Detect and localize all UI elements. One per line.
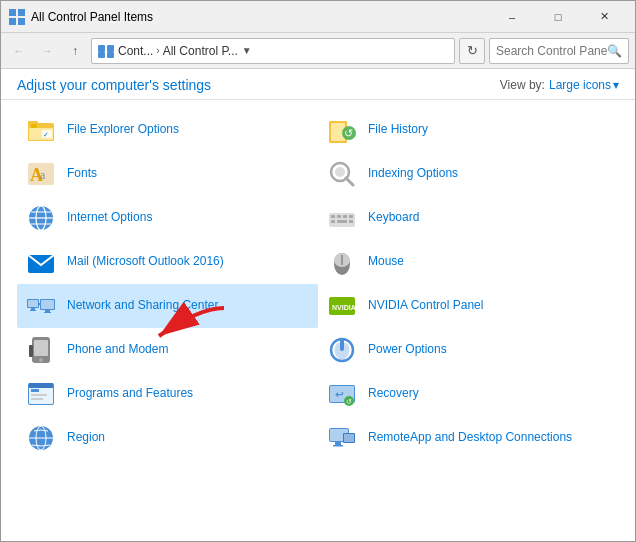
panel-item-file-history[interactable]: ↺ File History: [318, 108, 619, 152]
region-label: Region: [67, 430, 105, 446]
panel-item-indexing-options[interactable]: Indexing Options: [318, 152, 619, 196]
svg-text:NVIDIA: NVIDIA: [332, 304, 356, 311]
recovery-icon: ↩ ↺: [326, 378, 358, 410]
window-title: All Control Panel Items: [31, 10, 489, 24]
svg-rect-0: [9, 9, 16, 16]
view-by-dropdown[interactable]: Large icons ▾: [549, 78, 619, 92]
address-box[interactable]: Cont... › All Control P... ▼: [91, 38, 455, 64]
svg-rect-33: [343, 215, 347, 218]
svg-rect-1: [18, 9, 25, 16]
file-history-label: File History: [368, 122, 428, 138]
svg-rect-34: [349, 215, 353, 218]
internet-options-label: Internet Options: [67, 210, 152, 226]
up-button[interactable]: ↑: [63, 39, 87, 63]
svg-rect-4: [98, 45, 105, 52]
panel-item-region[interactable]: Region: [17, 416, 318, 460]
file-explorer-options-icon: ✓: [25, 114, 57, 146]
title-bar: All Control Panel Items – □ ✕: [1, 1, 635, 33]
panel-item-file-explorer-options[interactable]: ✓ File Explorer Options: [17, 108, 318, 152]
indexing-options-label: Indexing Options: [368, 166, 458, 182]
svg-rect-3: [18, 18, 25, 25]
recovery-label: Recovery: [368, 386, 419, 402]
back-button[interactable]: ←: [7, 39, 31, 63]
panel-item-internet-options[interactable]: Internet Options: [17, 196, 318, 240]
panel-item-recovery[interactable]: ↩ ↺ Recovery: [318, 372, 619, 416]
panel-item-network-sharing[interactable]: Network and Sharing Center: [17, 284, 318, 328]
forward-button[interactable]: →: [35, 39, 59, 63]
svg-rect-43: [28, 300, 38, 307]
refresh-button[interactable]: ↻: [459, 38, 485, 64]
svg-rect-12: [31, 124, 37, 128]
programs-features-icon: [25, 378, 57, 410]
keyboard-icon: [326, 202, 358, 234]
svg-rect-62: [31, 389, 39, 392]
address-icon: [98, 43, 114, 59]
panel-item-remoteapp[interactable]: RemoteApp and Desktop Connections: [318, 416, 619, 460]
panel-item-phone-modem[interactable]: Phone and Modem: [17, 328, 318, 372]
window-icon: [9, 9, 25, 25]
panel-item-power-options[interactable]: Power Options: [318, 328, 619, 372]
close-button[interactable]: ✕: [581, 1, 627, 33]
file-explorer-options-label: File Explorer Options: [67, 122, 179, 138]
svg-rect-44: [31, 308, 35, 310]
remoteapp-label: RemoteApp and Desktop Connections: [368, 430, 572, 446]
svg-rect-32: [337, 215, 341, 218]
panel-item-programs-features[interactable]: Programs and Features: [17, 372, 318, 416]
svg-rect-35: [331, 220, 335, 223]
phone-modem-icon: [25, 334, 57, 366]
svg-rect-54: [34, 340, 48, 356]
svg-rect-37: [349, 220, 353, 223]
svg-rect-61: [29, 383, 53, 388]
svg-rect-75: [335, 442, 341, 445]
panel-item-mail[interactable]: Mail (Microsoft Outlook 2016): [17, 240, 318, 284]
maximize-button[interactable]: □: [535, 1, 581, 33]
svg-text:a: a: [40, 168, 46, 182]
path-arrow2: ▼: [242, 45, 252, 56]
svg-rect-6: [98, 52, 105, 58]
svg-rect-58: [340, 339, 344, 351]
svg-rect-7: [107, 52, 114, 58]
view-by-value: Large icons: [549, 78, 611, 92]
power-options-label: Power Options: [368, 342, 447, 358]
network-sharing-label: Network and Sharing Center: [67, 298, 218, 314]
search-input[interactable]: [496, 44, 607, 58]
svg-text:↺: ↺: [346, 398, 352, 405]
window-controls: – □ ✕: [489, 1, 627, 33]
panel-item-nvidia[interactable]: NVIDIA NVIDIA Control Panel: [318, 284, 619, 328]
panel-item-fonts[interactable]: A a Fonts: [17, 152, 318, 196]
svg-rect-5: [107, 45, 114, 52]
view-by-label: View by:: [500, 78, 545, 92]
address-bar: ← → ↑ Cont... › All Control P... ▼ ↻ 🔍: [1, 33, 635, 69]
programs-features-label: Programs and Features: [67, 386, 193, 402]
minimize-button[interactable]: –: [489, 1, 535, 33]
panel-item-mouse[interactable]: Mouse: [318, 240, 619, 284]
view-by-control: View by: Large icons ▾: [500, 78, 619, 92]
svg-rect-31: [331, 215, 335, 218]
panel-item-keyboard[interactable]: Keyboard: [318, 196, 619, 240]
mail-label: Mail (Microsoft Outlook 2016): [67, 254, 224, 270]
svg-rect-56: [29, 345, 33, 357]
path-part1: Cont...: [118, 44, 153, 58]
svg-rect-2: [9, 18, 16, 25]
main-content: Adjust your computer's settings View by:…: [1, 69, 635, 542]
file-history-icon: ↺: [326, 114, 358, 146]
fonts-icon: A a: [25, 158, 57, 190]
svg-point-24: [335, 167, 345, 177]
nvidia-label: NVIDIA Control Panel: [368, 298, 483, 314]
mail-icon: [25, 246, 57, 278]
remoteapp-icon: [326, 422, 358, 454]
svg-rect-47: [41, 300, 54, 309]
path-arrow1: ›: [156, 45, 159, 56]
svg-rect-78: [344, 434, 354, 442]
svg-rect-64: [31, 398, 43, 400]
indexing-options-icon: [326, 158, 358, 190]
mouse-label: Mouse: [368, 254, 404, 270]
nvidia-icon: NVIDIA: [326, 290, 358, 322]
power-options-icon: [326, 334, 358, 366]
phone-modem-label: Phone and Modem: [67, 342, 168, 358]
svg-line-23: [346, 178, 353, 185]
svg-rect-63: [31, 394, 47, 396]
items-grid: ✓ File Explorer Options ↺ File History: [17, 108, 619, 460]
svg-rect-76: [333, 445, 343, 447]
search-box[interactable]: 🔍: [489, 38, 629, 64]
